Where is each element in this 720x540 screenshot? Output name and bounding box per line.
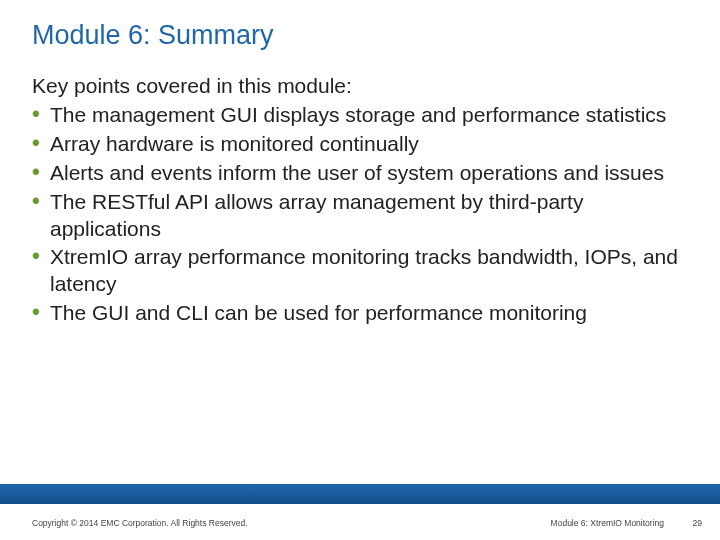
list-item: The RESTful API allows array management … xyxy=(32,189,688,243)
footer-bar: EMC2 xyxy=(0,484,720,504)
module-label: Module 6: XtremIO Monitoring xyxy=(551,518,664,528)
bullet-list: The management GUI displays storage and … xyxy=(32,102,688,327)
page-number: 29 xyxy=(693,518,702,528)
list-item: The management GUI displays storage and … xyxy=(32,102,688,129)
slide: Module 6: Summary Key points covered in … xyxy=(0,0,720,540)
logo-superscript: 2 xyxy=(692,441,696,448)
list-item: The GUI and CLI can be used for performa… xyxy=(32,300,688,327)
content-area: Key points covered in this module: The m… xyxy=(32,74,688,329)
list-item: XtremIO array performance monitoring tra… xyxy=(32,244,688,298)
emc-logo: EMC2 xyxy=(649,443,696,464)
copyright-text: Copyright © 2014 EMC Corporation. All Ri… xyxy=(32,518,248,528)
logo-text: EMC2 xyxy=(649,443,696,464)
list-item: Array hardware is monitored continually xyxy=(32,131,688,158)
slide-title: Module 6: Summary xyxy=(32,20,274,51)
intro-text: Key points covered in this module: xyxy=(32,74,688,98)
list-item: Alerts and events inform the user of sys… xyxy=(32,160,688,187)
logo-main: EMC xyxy=(649,443,691,464)
